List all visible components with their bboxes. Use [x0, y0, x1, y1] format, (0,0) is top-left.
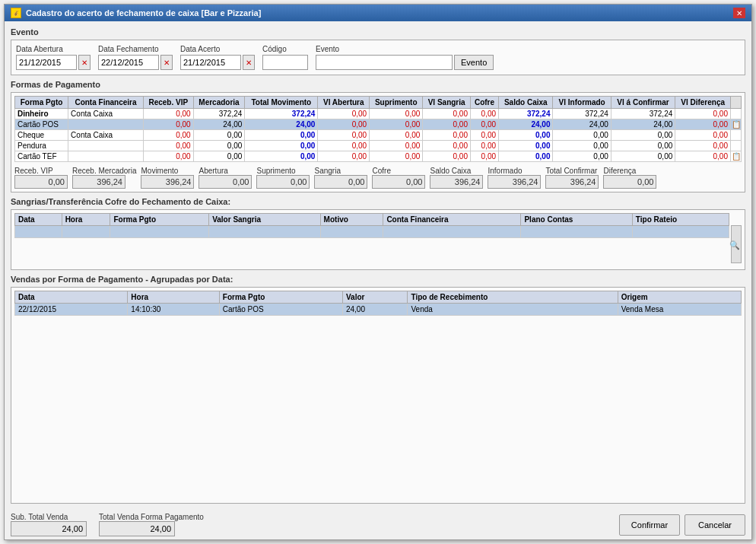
- table-row[interactable]: Pendura0,000,000,000,000,000,000,000,000…: [15, 141, 742, 151]
- evento-button[interactable]: Evento: [454, 55, 494, 70]
- total-forma-input: [99, 521, 175, 536]
- pagamento-label: Formas de Pagamento: [11, 80, 745, 89]
- sangria-label: Sangrias/Transferência Cofre do Fechamen…: [11, 197, 745, 206]
- sangria-data-cell: [15, 226, 62, 238]
- sangria-col-forma: Forma Pgto: [110, 214, 209, 226]
- title-bar: 💰 Cadastro do acerto de fechamento de ca…: [5, 5, 751, 21]
- total-informado: Informado: [488, 167, 541, 189]
- sangria-motivo-cell: [320, 226, 383, 238]
- vendas-section: Vendas por Forma de Pagamento - Agrupada…: [11, 275, 745, 504]
- data-abertura-label: Data Abertura: [16, 45, 91, 53]
- total-informado-input: [488, 175, 541, 189]
- sub-total-venda: Sub. Total Venda: [11, 513, 87, 536]
- col-mercadoria: Mercadoria: [193, 97, 245, 109]
- total-diferenca-label: Diferença: [603, 167, 636, 175]
- confirmar-button[interactable]: Confirmar: [619, 514, 680, 536]
- total-suprimento-input: [256, 175, 310, 189]
- total-receb-merc-label: Receb. Mercadoria: [72, 167, 136, 175]
- data-acerto-clear[interactable]: ✕: [243, 55, 255, 70]
- sangria-table: Data Hora Forma Pgto Valor Sangria Motiv…: [14, 213, 729, 238]
- totals-row: Receb. VIP Receb. Mercadoria Movimento A…: [14, 167, 742, 189]
- search-icon[interactable]: 🔍: [729, 240, 740, 250]
- total-abertura-input: [199, 175, 252, 189]
- data-acerto-group: Data Acerto ✕: [180, 45, 255, 70]
- data-fechamento-input[interactable]: [98, 55, 159, 70]
- total-movimento-label: Movimento: [141, 167, 178, 175]
- edit-icon[interactable]: 📋: [732, 152, 741, 161]
- data-fechamento-clear[interactable]: ✕: [160, 55, 173, 70]
- total-suprimento: Suprimento: [256, 167, 310, 189]
- codigo-input[interactable]: [262, 55, 308, 70]
- sangria-col-motivo: Motivo: [320, 214, 383, 226]
- subtotals: Sub. Total Venda Total Venda Forma Pagam…: [11, 513, 204, 536]
- vendas-col-data: Data: [15, 291, 128, 304]
- evento-field-label: Evento: [316, 45, 494, 53]
- edit-icon[interactable]: 📋: [732, 120, 741, 129]
- sangria-tipo-cell: [632, 226, 729, 238]
- total-movimento-input: [141, 175, 194, 189]
- table-row[interactable]: ChequeConta Caixa0,000,000,000,000,000,0…: [15, 130, 742, 141]
- table-row[interactable]: Cartão TEF0,000,000,000,000,000,000,000,…: [15, 151, 742, 162]
- total-cofre-input: [372, 175, 425, 189]
- total-suprimento-label: Suprimento: [256, 167, 295, 175]
- sangria-col-data: Data: [15, 214, 62, 226]
- sangria-col-tipo: Tipo Rateio: [632, 214, 729, 226]
- window-title: Cadastro do acerto de fechamento de caix…: [26, 8, 261, 17]
- sangria-conta-cell: [383, 226, 521, 238]
- data-fechamento-group: Data Fechamento ✕: [98, 45, 173, 70]
- total-cofre: Cofre: [372, 167, 425, 189]
- sangria-plano-cell: [521, 226, 632, 238]
- sangria-col-plano: Plano Contas: [521, 214, 632, 226]
- data-acerto-label: Data Acerto: [180, 45, 255, 53]
- col-total-mov: Total Movimento: [245, 97, 318, 109]
- col-cofre: Cofre: [470, 97, 498, 109]
- total-saldo-caixa-input: [430, 175, 483, 189]
- total-sangria-label: Sangria: [314, 167, 340, 175]
- sub-total-input: [11, 521, 87, 536]
- col-suprimento: Suprimento: [370, 97, 423, 109]
- sangria-hora-cell: [62, 226, 110, 238]
- col-conta: Conta Financeira: [68, 97, 144, 109]
- close-button[interactable]: ✕: [733, 8, 745, 18]
- evento-input[interactable]: [316, 55, 453, 70]
- total-saldo-caixa: Saldo Caixa: [430, 167, 483, 189]
- vendas-col-tipo: Tipo de Recebimento: [408, 291, 618, 304]
- codigo-label: Código: [262, 45, 308, 53]
- sub-total-label: Sub. Total Venda: [11, 513, 87, 521]
- total-forma-pagamento: Total Venda Forma Pagamento: [99, 513, 204, 536]
- col-vl-abertura: Vl Abertura: [318, 97, 370, 109]
- sangria-forma-cell: [110, 226, 209, 238]
- col-vl-informado: Vl Informado: [553, 97, 611, 109]
- sangria-col-valor: Valor Sangria: [209, 214, 320, 226]
- codigo-group: Código: [262, 45, 308, 70]
- sangria-col-hora: Hora: [62, 214, 110, 226]
- total-receb-merc-input: [72, 175, 125, 189]
- total-receb-vip-input: [14, 175, 68, 189]
- table-row[interactable]: [15, 226, 729, 238]
- cancelar-button[interactable]: Cancelar: [685, 514, 745, 536]
- total-receb-merc: Receb. Mercadoria: [72, 167, 136, 189]
- title-bar-left: 💰 Cadastro do acerto de fechamento de ca…: [11, 8, 261, 18]
- total-confirmar: Total Confirmar: [545, 167, 599, 189]
- vendas-col-forma: Forma Pgto: [219, 291, 342, 304]
- col-saldo: Saldo Caixa: [499, 97, 553, 109]
- evento-row: Data Abertura ✕ Data Fechamento ✕: [16, 45, 740, 70]
- pagamento-table: Forma Pgto Conta Financeira Receb. VIP M…: [14, 96, 742, 162]
- data-abertura-input[interactable]: [16, 55, 77, 70]
- col-vl-confirmar: Vl á Confirmar: [611, 97, 675, 109]
- vendas-col-valor: Valor: [342, 291, 407, 304]
- table-row[interactable]: DinheiroConta Caixa0,00372,24372,240,000…: [15, 109, 742, 119]
- window-icon: 💰: [11, 8, 21, 18]
- data-abertura-clear[interactable]: ✕: [78, 55, 91, 70]
- vendas-col-origem: Origem: [618, 291, 741, 304]
- vendas-label: Vendas por Forma de Pagamento - Agrupada…: [11, 275, 745, 284]
- data-acerto-input[interactable]: [180, 55, 241, 70]
- table-row[interactable]: Cartão POS0,0024,0024,000,000,000,000,00…: [15, 119, 742, 130]
- total-diferenca: Diferença: [603, 167, 656, 189]
- evento-label: Evento: [11, 27, 745, 37]
- col-vl-sangria: Vl Sangria: [423, 97, 471, 109]
- total-confirmar-label: Total Confirmar: [545, 167, 597, 175]
- table-row[interactable]: 22/12/201514:10:30Cartão POS24,00VendaVe…: [15, 304, 742, 316]
- total-saldo-caixa-label: Saldo Caixa: [430, 167, 471, 175]
- content: Evento Data Abertura ✕ Data Fechamento: [5, 21, 751, 510]
